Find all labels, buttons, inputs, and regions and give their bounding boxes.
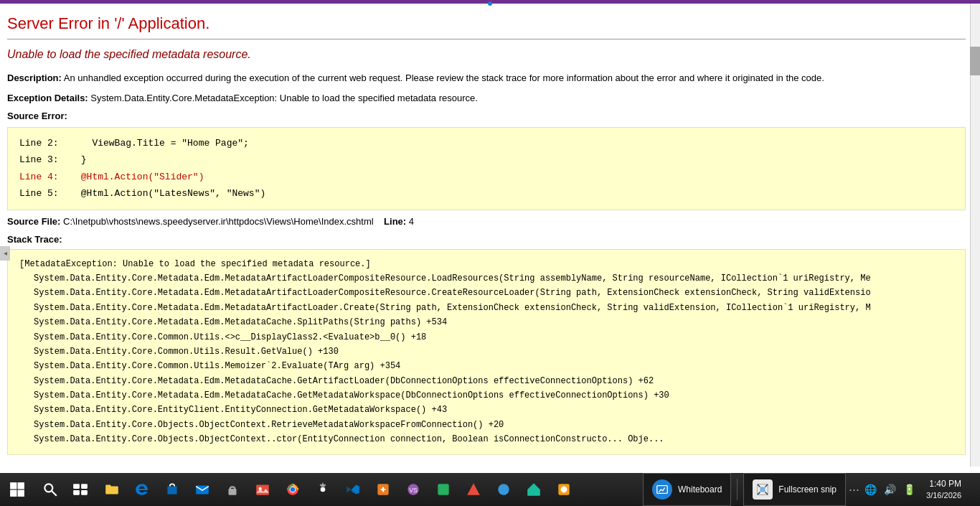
edge-button[interactable] <box>128 474 156 505</box>
stack-trace-label: Stack Trace: <box>7 234 966 245</box>
taskbar-right: Whiteboard Fullscreen snip ··· 🌐 🔊 <box>643 473 980 506</box>
scrollbar[interactable] <box>970 4 980 467</box>
search-icon <box>42 482 58 497</box>
app-button-4[interactable] <box>459 474 488 505</box>
page-title: Server Error in '/' Application. <box>7 14 966 33</box>
main-content: Server Error in '/' Application. Unable … <box>0 4 980 463</box>
popup-divider <box>737 479 738 500</box>
app-icon-5 <box>496 482 512 497</box>
svg-rect-8 <box>73 490 80 495</box>
stack-line-1: System.Data.Entity.Core.Metadata.Edm.Met… <box>19 271 953 286</box>
code-line-5: Line 5: @Html.Action("LatesNews", "News"… <box>19 185 953 202</box>
svg-rect-1 <box>18 482 24 489</box>
photos-button[interactable] <box>248 474 277 505</box>
dot-indicator <box>488 1 492 6</box>
app-icon-7 <box>556 482 572 497</box>
exception-section: Exception Details: System.Data.Entity.Co… <box>7 91 966 106</box>
stack-line-6: System.Data.Entity.Core.Common.Utils.Res… <box>19 345 953 359</box>
whiteboard-popup[interactable]: Whiteboard <box>643 473 731 506</box>
whiteboard-label: Whiteboard <box>678 484 722 495</box>
folder-icon <box>104 482 120 497</box>
stack-line-10: System.Data.Entity.Core.EntityClient.Ent… <box>19 403 953 417</box>
chrome-button[interactable] <box>278 474 307 505</box>
clock-date: 3/16/2026 <box>926 490 961 501</box>
source-file-path: C:\Inetpub\vhosts\news.speedyserver.ir\h… <box>63 216 374 227</box>
search-button[interactable] <box>34 474 66 505</box>
line-label: Line: <box>384 216 406 227</box>
code-line-3: Line 3: } <box>19 151 953 168</box>
stack-line-12: System.Data.Entity.Core.Objects.ObjectCo… <box>19 432 953 446</box>
chrome-icon <box>285 482 301 497</box>
stack-line-7: System.Data.Entity.Core.Common.Utils.Mem… <box>19 359 953 373</box>
vscode-button[interactable] <box>339 474 367 505</box>
settings-button[interactable] <box>308 474 337 505</box>
task-view-button[interactable] <box>66 474 95 505</box>
store-button[interactable] <box>158 474 187 505</box>
svg-marker-21 <box>467 483 480 495</box>
app-button-3[interactable] <box>429 474 458 505</box>
source-error-label: Source Error: <box>7 111 966 121</box>
svg-rect-22 <box>498 484 509 495</box>
code-line-4-highlight: Line 4: @Html.Action("Slider") <box>19 169 953 185</box>
svg-rect-20 <box>438 484 448 495</box>
security-button[interactable] <box>218 474 247 505</box>
clock-time: 1:40 PM <box>926 478 961 490</box>
svg-rect-12 <box>256 484 269 495</box>
stack-line-8: System.Data.Entity.Core.Metadata.Edm.Met… <box>19 374 953 388</box>
fullscreen-label: Fullscreen snip <box>778 484 837 495</box>
more-options-button[interactable]: ··· <box>849 482 859 497</box>
description-section: Description: An unhandled exception occu… <box>7 71 966 85</box>
source-code-block: Line 2: ViewBag.Title = "Home Page"; Lin… <box>7 127 966 210</box>
stack-line-2: System.Data.Entity.Core.Metadata.Edm.Met… <box>19 286 953 300</box>
svg-point-24 <box>561 487 567 493</box>
system-tray: 🌐 🔊 🔋 <box>862 484 918 495</box>
stack-line-0: [MetadataException: Unable to load the s… <box>19 257 953 271</box>
lock-icon <box>225 482 240 497</box>
line-number: 4 <box>409 216 414 227</box>
task-view-icon <box>72 482 88 497</box>
error-subtitle: Unable to load the specified metadata re… <box>7 48 966 61</box>
app-button-7[interactable] <box>550 474 578 505</box>
whiteboard-svg <box>656 483 669 496</box>
app-button-5[interactable] <box>489 474 518 505</box>
scrollbar-thumb[interactable] <box>970 47 980 75</box>
gear-icon <box>315 482 331 497</box>
exception-label: Exception Details: <box>7 93 88 103</box>
app-button-1[interactable] <box>369 474 397 505</box>
app-icon-4 <box>466 482 481 497</box>
code-line-2: Line 2: ViewBag.Title = "Home Page"; <box>19 135 953 151</box>
svg-rect-6 <box>73 484 80 489</box>
stack-line-3: System.Data.Entity.Core.Metadata.Edm.Met… <box>19 301 953 315</box>
exception-text: System.Data.Entity.Core.MetadataExceptio… <box>90 93 478 103</box>
file-explorer-button[interactable] <box>98 474 126 505</box>
source-file-section: Source File: C:\Inetpub\vhosts\news.spee… <box>7 216 966 227</box>
source-file-label: Source File: <box>7 216 60 227</box>
start-button[interactable] <box>0 474 34 505</box>
volume-icon[interactable]: 🔊 <box>882 484 898 495</box>
svg-line-5 <box>52 491 57 496</box>
vscode-icon <box>345 482 361 497</box>
svg-rect-25 <box>657 486 667 494</box>
app-icon-3 <box>435 482 451 497</box>
edge-icon <box>134 482 150 497</box>
stack-line-11: System.Data.Entity.Core.Objects.ObjectCo… <box>19 418 953 432</box>
svg-rect-7 <box>81 484 88 489</box>
svg-point-16 <box>291 487 296 492</box>
left-scroll-indicator[interactable]: ◂ <box>0 246 10 261</box>
app-button-6[interactable] <box>519 474 548 505</box>
store-icon <box>164 482 180 497</box>
description-label: Description: <box>7 72 62 83</box>
svg-point-4 <box>44 484 52 492</box>
network-icon[interactable]: 🌐 <box>862 484 879 495</box>
whiteboard-icon <box>652 479 672 500</box>
taskbar-pinned-apps: VS <box>95 473 581 506</box>
clock[interactable]: 1:40 PM 3/16/2026 <box>920 478 967 501</box>
svg-rect-2 <box>10 490 17 497</box>
mail-icon <box>194 482 210 497</box>
app-button-2[interactable]: VS <box>399 474 428 505</box>
stack-line-9: System.Data.Entity.Core.Metadata.Edm.Met… <box>19 388 953 403</box>
mail-button[interactable] <box>188 474 217 505</box>
fullscreen-snip-popup[interactable]: Fullscreen snip <box>743 473 846 506</box>
windows-icon <box>9 482 25 497</box>
battery-icon[interactable]: 🔋 <box>901 484 918 495</box>
